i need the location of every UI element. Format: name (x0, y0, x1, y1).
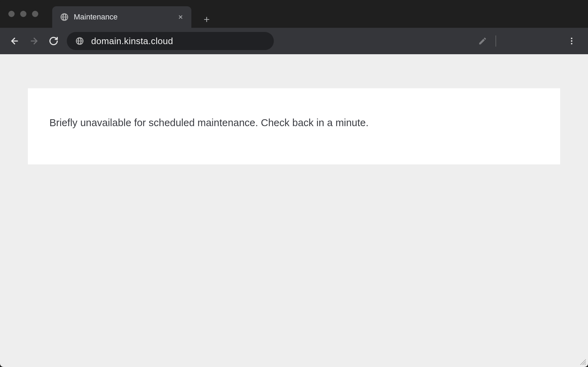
close-icon[interactable] (177, 14, 184, 20)
page-viewport: Briefly unavailable for scheduled mainte… (0, 54, 588, 367)
window-minimize-button[interactable] (20, 11, 26, 17)
url-text: domain.kinsta.cloud (91, 36, 173, 47)
titlebar: Maintenance (0, 0, 588, 28)
address-bar[interactable]: domain.kinsta.cloud (67, 32, 274, 50)
more-menu-icon[interactable] (567, 36, 576, 46)
site-info-icon[interactable] (75, 36, 84, 46)
tab-strip: Maintenance (52, 0, 215, 28)
edit-icon[interactable] (478, 36, 487, 46)
globe-icon (60, 13, 69, 22)
forward-button[interactable] (28, 35, 40, 47)
svg-point-1 (571, 40, 572, 42)
new-tab-button[interactable] (198, 11, 215, 28)
window-controls (8, 11, 38, 17)
tab-title: Maintenance (74, 13, 173, 22)
reload-button[interactable] (47, 35, 60, 47)
browser-tab[interactable]: Maintenance (52, 6, 191, 28)
svg-point-2 (571, 43, 572, 44)
content-card: Briefly unavailable for scheduled mainte… (28, 88, 560, 164)
window-maximize-button[interactable] (32, 11, 38, 17)
toolbar-right (478, 35, 580, 47)
toolbar: domain.kinsta.cloud (0, 28, 588, 54)
svg-point-0 (571, 38, 572, 39)
maintenance-message: Briefly unavailable for scheduled mainte… (49, 116, 539, 130)
back-button[interactable] (8, 35, 21, 47)
resize-handle-icon[interactable] (579, 358, 586, 365)
window-close-button[interactable] (8, 11, 15, 17)
toolbar-divider (495, 35, 496, 47)
